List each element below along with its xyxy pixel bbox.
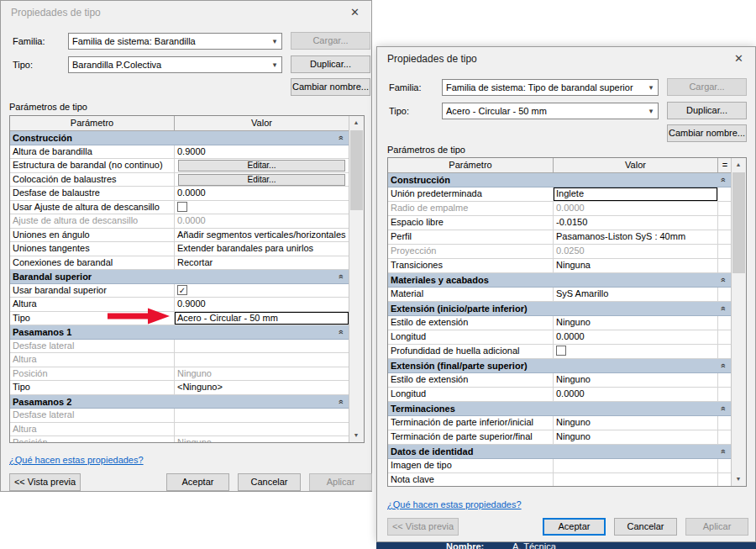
chevron-down-icon[interactable]: ▾	[644, 80, 658, 95]
param-value[interactable]: Ninguno	[554, 430, 718, 444]
section-header-row[interactable]: Barandal superior»	[10, 270, 349, 284]
collapse-chevron-icon[interactable]: »	[337, 135, 345, 140]
param-value[interactable]: Extender barandales para unirlos	[175, 242, 349, 256]
table-row[interactable]: Nota clave	[388, 473, 732, 487]
checkbox[interactable]	[556, 346, 566, 356]
aplicar-button[interactable]: Aplicar	[309, 473, 372, 491]
table-row[interactable]: Profundidad de huella adicional	[388, 345, 732, 359]
table-row[interactable]: Estilo de extensiónNinguno	[388, 373, 732, 388]
param-value[interactable]	[175, 340, 349, 353]
collapse-chevron-icon[interactable]: »	[719, 363, 727, 368]
section-header-row[interactable]: Extensión (inicio/parte inferior)»	[388, 302, 732, 316]
scroll-up-icon[interactable]: ▲	[349, 116, 363, 129]
table-row[interactable]: Ajuste de altura de descansillo0.0000	[10, 214, 349, 229]
param-value[interactable]: 0.0000	[554, 330, 718, 344]
param-value[interactable]: 0.9000	[175, 145, 349, 159]
param-value[interactable]: SyS Amarillo	[554, 288, 718, 301]
param-value[interactable]: Pasamanos-Liston SyS : 40mm	[554, 230, 718, 244]
param-value[interactable]: 0.0250	[554, 245, 718, 258]
collapse-chevron-icon[interactable]: »	[719, 306, 727, 311]
param-value[interactable]: ✓	[175, 284, 349, 298]
section-header-row[interactable]: Materiales y acabados»	[388, 273, 732, 288]
section-header-row[interactable]: Datos de identidad»	[388, 445, 732, 459]
section-header-row[interactable]: Extensión (final/parte superior)»	[388, 359, 732, 373]
param-value[interactable]: Ninguno	[175, 436, 349, 443]
table-row[interactable]: Espacio libre-0.0150	[388, 216, 732, 230]
table-row[interactable]: Colocación de balaustresEditar...	[10, 173, 349, 187]
param-value[interactable]	[175, 409, 349, 422]
cambiar-nombre-button[interactable]: Cambiar nombre...	[291, 78, 370, 96]
param-value[interactable]	[175, 201, 349, 214]
cambiar-nombre-button[interactable]: Cambiar nombre...	[667, 124, 747, 142]
vista-previa-button[interactable]: << Vista previa	[387, 518, 459, 536]
param-value[interactable]: 0.0000	[175, 187, 349, 200]
section-header-row[interactable]: Pasamanos 1»	[10, 325, 349, 340]
table-row[interactable]: TipoAcero - Circular - 50 mm	[10, 312, 349, 326]
dialog-titlebar[interactable]: Propiedades de tipo ✕	[1, 1, 371, 24]
aceptar-button[interactable]: Aceptar	[543, 518, 606, 536]
chevron-down-icon[interactable]: ▾	[268, 34, 281, 49]
aceptar-button[interactable]: Aceptar	[166, 473, 229, 491]
collapse-chevron-icon[interactable]: »	[337, 399, 345, 404]
col-header-valor[interactable]: Valor	[175, 116, 349, 130]
scroll-thumb[interactable]	[732, 172, 745, 273]
section-header-row[interactable]: Terminaciones»	[388, 402, 732, 416]
table-row[interactable]: Altura	[10, 353, 349, 367]
table-row[interactable]: Uniones tangentesExtender barandales par…	[10, 242, 349, 256]
param-value[interactable]: Ninguno	[175, 367, 349, 381]
checkbox[interactable]	[177, 202, 187, 212]
table-row[interactable]: Altura	[10, 423, 349, 437]
param-value[interactable]	[554, 473, 718, 487]
table-row[interactable]: Imagen de tipo	[388, 459, 732, 473]
param-value[interactable]: Editar...	[175, 159, 349, 172]
collapse-chevron-icon[interactable]: »	[337, 274, 345, 279]
duplicar-button[interactable]: Duplicar...	[667, 102, 747, 119]
help-link[interactable]: ¿Qué hacen estas propiedades?	[9, 455, 144, 465]
tipo-select[interactable]: Acero - Circular - 50 mm ▾	[442, 103, 659, 119]
param-value[interactable]: 0.9000	[175, 298, 349, 311]
param-value[interactable]: Ninguno	[554, 316, 718, 330]
param-value[interactable]: Editar...	[175, 173, 349, 187]
table-row[interactable]: Usar barandal superior✓	[10, 284, 349, 298]
table-row[interactable]: Terminación de parte inferior/inicialNin…	[388, 416, 732, 430]
close-icon[interactable]: ✕	[350, 6, 360, 18]
table-row[interactable]: Longitud0.0000	[388, 330, 732, 345]
param-value-selected[interactable]: Inglete	[554, 187, 718, 201]
editar-button[interactable]: Editar...	[178, 174, 345, 186]
table-row[interactable]: Unión predeterminadaInglete	[388, 187, 732, 202]
param-value[interactable]: <Ninguno>	[175, 381, 349, 394]
tipo-select[interactable]: Barandilla P.Colectiva ▾	[68, 56, 282, 73]
table-row[interactable]: Desfase de balaustre0.0000	[10, 187, 349, 201]
param-value[interactable]: Añadir segmentos verticales/horizontales	[175, 229, 349, 242]
table-row[interactable]: MaterialSyS Amarillo	[388, 288, 732, 302]
col-header-parametro[interactable]: Parámetro	[388, 158, 554, 172]
section-header-row[interactable]: Construcción»	[388, 173, 732, 187]
collapse-chevron-icon[interactable]: »	[337, 330, 345, 335]
scroll-down-icon[interactable]: ▼	[732, 472, 745, 486]
param-value[interactable]	[175, 353, 349, 367]
param-value[interactable]: Recortar	[175, 256, 349, 270]
table-row[interactable]: Proyección0.0250	[388, 245, 732, 259]
table-row[interactable]: TransicionesNinguna	[388, 259, 732, 273]
cancelar-button[interactable]: Cancelar	[614, 518, 677, 536]
table-row[interactable]: PosiciónNinguno	[10, 436, 349, 443]
scrollbar[interactable]: ▲ ▼	[731, 158, 746, 486]
collapse-chevron-icon[interactable]: »	[719, 277, 727, 282]
param-value[interactable]: 0.0000	[175, 214, 349, 228]
collapse-chevron-icon[interactable]: »	[719, 449, 727, 454]
cargar-button[interactable]: Cargar...	[291, 32, 370, 50]
chevron-down-icon[interactable]: ▾	[268, 57, 281, 72]
param-value[interactable]	[175, 423, 349, 436]
scroll-down-icon[interactable]: ▼	[349, 429, 363, 442]
scroll-up-icon[interactable]: ▲	[732, 158, 745, 172]
collapse-chevron-icon[interactable]: »	[719, 406, 727, 411]
scroll-thumb[interactable]	[350, 130, 363, 210]
table-row[interactable]: Terminación de parte superior/finalNingu…	[388, 430, 732, 445]
table-row[interactable]: Altura0.9000	[10, 298, 349, 312]
col-header-valor[interactable]: Valor	[554, 158, 718, 172]
dialog-titlebar[interactable]: Propiedades de tipo ✕	[377, 47, 755, 71]
col-header-eq[interactable]: =	[718, 158, 732, 172]
editar-button[interactable]: Editar...	[178, 160, 345, 172]
close-icon[interactable]: ✕	[734, 52, 743, 65]
familia-select[interactable]: Familia de sistema: Barandilla ▾	[68, 33, 282, 50]
